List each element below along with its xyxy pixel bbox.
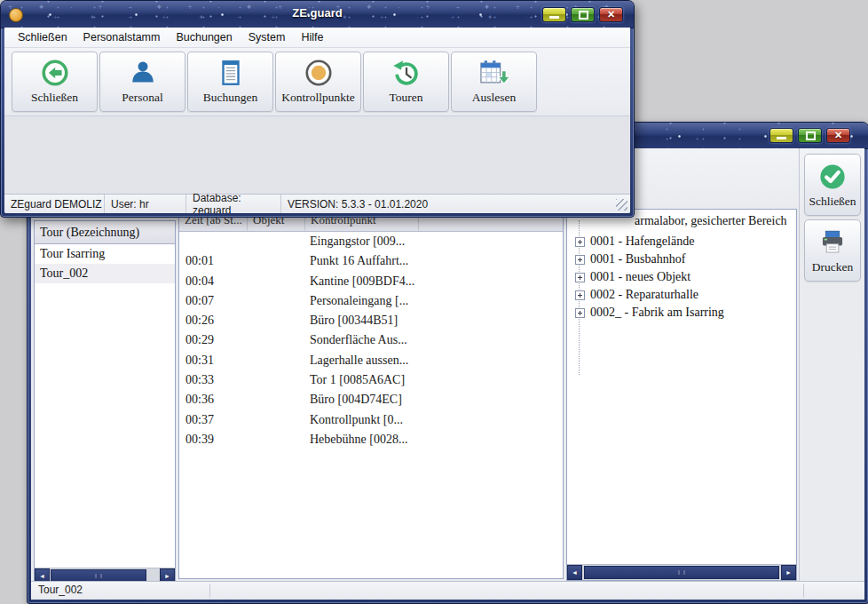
maximize-icon[interactable]	[798, 128, 822, 143]
zeit-cell: 00:37	[185, 413, 214, 427]
buchungen-button[interactable]: Buchungen	[187, 52, 273, 112]
tree-expand-icon[interactable]	[575, 290, 585, 300]
tree-expand-icon[interactable]	[575, 308, 585, 318]
main-window-content: Schließen Personalstamm Buchungen System…	[4, 28, 630, 213]
menu-personalstamm[interactable]: Personalstamm	[75, 28, 169, 47]
statusbar-divider	[803, 584, 804, 598]
app-icon	[9, 8, 23, 22]
check-icon	[817, 162, 848, 192]
tree-item[interactable]: 0002_ - Fabrik am Isarring	[567, 304, 796, 322]
checkpoint-row[interactable]: 00:29 Sonderfläche Aus...	[179, 330, 563, 350]
scroll-left-icon[interactable]: ◄	[567, 565, 582, 580]
tree-expand-icon[interactable]	[575, 255, 585, 265]
toolbar-label: Auslesen	[472, 91, 517, 105]
close-app-button[interactable]: Schließen	[12, 52, 98, 112]
kontrollpunkt-cell: Hebebühne [0028...	[310, 433, 407, 447]
maximize-icon[interactable]	[571, 7, 595, 22]
tour-list-header[interactable]: Tour (Bezeichnung)	[35, 221, 175, 244]
kontrollpunkt-cell: Sonderfläche Aus...	[310, 333, 407, 347]
notepad-icon	[216, 57, 246, 89]
zeit-cell: 00:07	[185, 294, 214, 308]
kontrollpunkte-button[interactable]: Kontrollpunkte	[275, 52, 361, 112]
horizontal-scrollbar[interactable]: ◄ ►	[567, 564, 796, 580]
checkpoint-row[interactable]: 00:36 Büro [004D74EC]	[179, 390, 563, 409]
zeit-cell: 00:31	[185, 354, 214, 368]
person-icon	[128, 57, 158, 89]
tree-expand-icon[interactable]	[575, 273, 585, 282]
client-area	[4, 116, 630, 194]
auslesen-button[interactable]: Auslesen	[451, 52, 537, 112]
checkpoint-row[interactable]: 00:26 Büro [00344B51]	[179, 311, 563, 330]
print-button[interactable]: Drucken	[804, 219, 861, 282]
printer-icon	[817, 227, 848, 258]
tree-item[interactable]: 0001 - Hafengelände	[567, 233, 796, 250]
kontrollpunkt-cell: Kantine [009BDF4...	[310, 274, 414, 289]
tour-list-panel: Tour (Bezeichnung) Tour Isarring Tour_00…	[34, 220, 176, 584]
selected-tour-status: Tour_002	[31, 584, 83, 596]
tree-item[interactable]: 0002 - Reparaturhalle	[567, 286, 796, 304]
kontrollpunkt-cell: Tor 1 [0085A6AC]	[310, 373, 405, 387]
main-window-titlebar[interactable]: ZE.guard	[1, 1, 634, 28]
close-icon[interactable]	[599, 7, 623, 22]
status-license: ZEguard DEMOLIZ	[4, 195, 105, 213]
toolbar-label: Kontrollpunkte	[281, 91, 355, 105]
scroll-right-icon[interactable]: ►	[781, 565, 796, 580]
toolbar-label: Touren	[389, 91, 422, 105]
kontrollpunkt-cell: Punkt 16 Auffahrt...	[310, 254, 408, 268]
tree-item-label: 0002_ - Fabrik am Isarring	[590, 304, 724, 322]
resize-grip[interactable]	[616, 199, 627, 211]
kontrollpunkt-cell: Kontrollpunkt [0...	[310, 413, 403, 427]
tree-item-label: armalabor, gesicherter Bereich	[635, 210, 787, 233]
tree-item[interactable]: 0001 - Busbahnhof	[567, 250, 796, 268]
main-window: ZE.guard Schließen Personalstamm Buchung…	[0, 0, 635, 218]
toolbar: Schließen Personal	[4, 48, 630, 116]
print-label: Drucken	[812, 260, 853, 274]
tree-item[interactable]: 0001 - neues Objekt	[567, 268, 796, 286]
history-clock-icon	[391, 57, 422, 89]
checkpoint-row[interactable]: 00:33 Tor 1 [0085A6AC]	[179, 370, 563, 390]
tree-item-label: 0002 - Reparaturhalle	[590, 286, 698, 304]
personal-button[interactable]: Personal	[99, 52, 185, 112]
minimize-icon[interactable]	[769, 128, 793, 143]
checkpoint-row[interactable]: 00:01 Punkt 16 Auffahrt...	[179, 251, 563, 271]
tree-item-label: 0001 - Busbahnhof	[590, 250, 685, 268]
checkpoint-row[interactable]: 00:04 Kantine [009BDF4...	[179, 272, 563, 291]
menu-system[interactable]: System	[241, 28, 294, 47]
zeit-cell: 00:33	[185, 373, 214, 387]
control-point-icon	[304, 57, 334, 89]
status-version: VERSION: 5.3.3 - 01.01.2020	[281, 195, 630, 213]
close-window-button[interactable]: Schließen	[804, 154, 861, 216]
tour-list-item[interactable]: Tour Isarring	[35, 244, 175, 264]
kontrollpunkt-cell: Büro [004D74EC]	[310, 393, 402, 407]
tree-item-label: 0001 - neues Objekt	[590, 268, 690, 286]
tree-item-label: 0001 - Hafengelände	[590, 233, 694, 250]
minimize-icon[interactable]	[542, 7, 566, 22]
checkpoint-row[interactable]: 00:39 Hebebühne [0028...	[179, 430, 563, 449]
checkpoint-row[interactable]: 00:37 Kontrollpunkt [0...	[179, 410, 563, 430]
menu-buchungen[interactable]: Buchungen	[168, 28, 240, 47]
toolbar-label: Schließen	[31, 91, 78, 105]
kontrollpunkt-cell: Lagerhalle aussen...	[310, 354, 408, 368]
zeit-cell: 00:04	[185, 274, 214, 289]
zeit-cell: 00:01	[185, 254, 214, 268]
zeit-cell: 00:26	[185, 314, 214, 328]
tour-window-statusbar: Tour_002	[31, 581, 864, 600]
menu-schliessen[interactable]: Schließen	[10, 28, 75, 47]
touren-button[interactable]: Touren	[363, 52, 449, 112]
main-window-statusbar: ZEguard DEMOLIZ User: hr Database: zegua…	[4, 194, 630, 213]
tour-list-item-selected[interactable]: Tour_002	[35, 264, 175, 283]
kontrollpunkt-cell: Personaleingang [...	[310, 294, 408, 308]
close-icon[interactable]	[826, 128, 850, 143]
checkpoint-row[interactable]: Eingangstor [009...	[179, 232, 563, 251]
checkpoint-row[interactable]: 00:31 Lagerhalle aussen...	[179, 351, 563, 370]
tree-expand-icon[interactable]	[575, 237, 585, 247]
scrollbar-thumb[interactable]	[584, 566, 779, 579]
kontrollpunkt-cell: Büro [00344B51]	[310, 314, 398, 328]
checkpoint-row[interactable]: 00:07 Personaleingang [...	[179, 291, 563, 311]
kontrollpunkt-cell: Eingangstor [009...	[310, 234, 405, 249]
menu-hilfe[interactable]: Hilfe	[293, 28, 331, 47]
zeit-cell: 00:29	[185, 333, 214, 347]
zeit-cell: 00:39	[185, 433, 214, 447]
status-database: Database: zeguard	[186, 195, 281, 213]
window-title: ZE.guard	[1, 6, 634, 20]
